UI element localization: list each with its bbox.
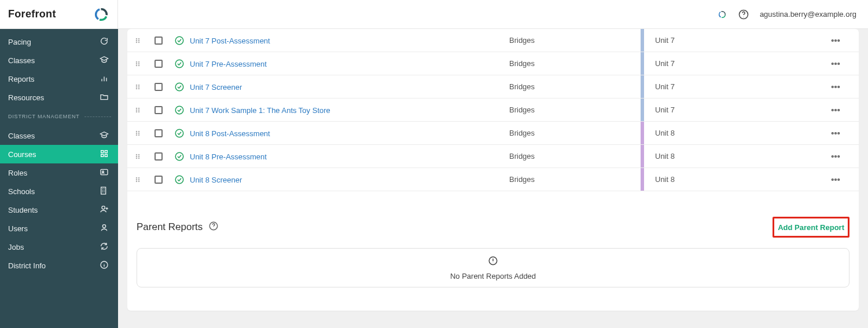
assessment-link[interactable]: Unit 7 Screener [190,83,242,92]
drag-handle-icon[interactable] [127,176,148,183]
add-parent-report-button[interactable]: Add Parent Report [778,223,844,232]
assessment-source: Bridges [509,59,640,68]
row-checkbox[interactable] [148,106,169,114]
row-checkbox[interactable] [148,176,169,184]
nav-label: Schools [8,187,35,196]
svg-point-80 [838,132,840,134]
svg-point-37 [175,37,183,45]
sidebar-item-users[interactable]: Users [0,219,118,238]
svg-point-32 [138,38,139,39]
svg-point-40 [838,39,840,41]
sidebar-item-reports[interactable]: Reports [0,70,118,88]
row-actions-button[interactable] [818,174,853,185]
assessment-link[interactable]: Unit 7 Work Sample 1: The Ants Toy Store [190,106,330,115]
refresh-icon [100,37,110,47]
row-actions-button[interactable] [818,105,853,115]
assessment-title: Unit 8 Post-Assessment [190,128,509,139]
drag-handle-icon[interactable] [127,37,148,44]
svg-point-63 [136,110,137,111]
row-actions-button[interactable] [818,151,853,162]
svg-point-102 [214,228,214,228]
check-circle-icon [169,174,190,185]
svg-point-46 [138,65,139,66]
brand-logo-icon [93,6,109,23]
assessment-source: Bridges [509,152,640,161]
svg-point-70 [838,109,840,111]
help-icon[interactable] [208,221,219,234]
course-card: Unit 7 Post-AssessmentBridgesUnit 7Unit … [127,29,859,311]
sidebar-item-roles[interactable]: Roles [0,163,118,182]
nav-label: Reports [8,75,35,83]
row-checkbox[interactable] [148,83,169,91]
assessment-link[interactable]: Unit 8 Pre-Assessment [190,152,267,161]
sidebar-item-pacing[interactable]: Pacing [0,32,118,51]
svg-point-74 [138,133,139,134]
nav-label: Resources [8,93,44,102]
status-ring-icon[interactable] [717,9,727,20]
unit-color-stripe [641,122,644,144]
drag-handle-icon[interactable] [127,130,148,137]
svg-point-34 [138,40,139,41]
drag-handle-icon[interactable] [127,60,148,67]
row-checkbox[interactable] [148,37,169,45]
assessment-source: Bridges [509,36,640,45]
drag-handle-icon[interactable] [127,153,148,160]
svg-point-94 [138,179,139,180]
table-row: Unit 7 ScreenerBridgesUnit 7 [127,75,859,99]
drag-handle-icon[interactable] [127,107,148,114]
assessment-link[interactable]: Unit 8 Screener [190,176,242,184]
content-scroll[interactable]: Unit 7 Post-AssessmentBridgesUnit 7Unit … [118,29,868,328]
sidebar-item-jobs[interactable]: Jobs [0,238,118,256]
assessment-link[interactable]: Unit 8 Post-Assessment [190,129,270,138]
table-row: Unit 7 Post-AssessmentBridgesUnit 7 [127,29,859,52]
svg-point-33 [136,40,137,41]
assessment-source: Bridges [509,129,640,137]
assessment-unit: Unit 7 [645,36,818,45]
svg-point-78 [832,132,833,134]
svg-point-92 [138,177,139,178]
building-icon [100,186,110,196]
user-email[interactable]: agustina.berry@example.org [760,10,856,19]
help-icon[interactable] [738,9,749,20]
grad-cap-icon [100,55,110,65]
unit-color-stripe [641,99,644,121]
sidebar-item-schools[interactable]: Schools [0,182,118,201]
info-icon [100,260,110,271]
row-checkbox[interactable] [148,152,169,161]
nav-label: District Info [8,261,46,270]
row-checkbox[interactable] [148,129,169,137]
sidebar-item-classes[interactable]: Classes [0,51,118,70]
svg-point-69 [835,109,837,111]
svg-point-56 [138,88,139,89]
assessment-link[interactable]: Unit 7 Post-Assessment [190,37,270,45]
svg-point-105 [493,262,494,263]
add-parent-report-highlight: Add Parent Report [773,217,849,238]
svg-rect-6 [101,151,104,153]
row-actions-button[interactable] [818,59,853,69]
nav-label: Jobs [8,243,24,252]
grid-icon [100,149,110,159]
sidebar-item-district-info[interactable]: District Info [0,256,118,275]
row-checkbox[interactable] [148,60,169,68]
sidebar-item-resources[interactable]: Resources [0,88,118,107]
sidebar-header: Forefront [0,0,118,29]
table-row: Unit 8 Post-AssessmentBridgesUnit 8 [127,122,859,145]
svg-point-84 [138,156,139,157]
sidebar-item-courses[interactable]: Courses [0,145,118,163]
row-actions-button[interactable] [818,128,853,139]
svg-point-89 [835,155,837,157]
row-actions-button[interactable] [818,82,853,92]
svg-point-45 [136,65,137,66]
sidebar-item-students[interactable]: Students [0,201,118,219]
svg-point-86 [138,158,139,159]
assessment-link[interactable]: Unit 7 Pre-Assessment [190,60,267,68]
drag-handle-icon[interactable] [127,83,148,90]
svg-point-87 [175,152,183,161]
row-actions-button[interactable] [818,35,853,46]
svg-point-58 [832,86,833,88]
sidebar-item-classes[interactable]: Classes [0,126,118,145]
assessment-source: Bridges [509,105,640,114]
nav-label: Students [8,206,38,214]
svg-point-59 [835,86,837,88]
svg-point-77 [175,129,183,137]
